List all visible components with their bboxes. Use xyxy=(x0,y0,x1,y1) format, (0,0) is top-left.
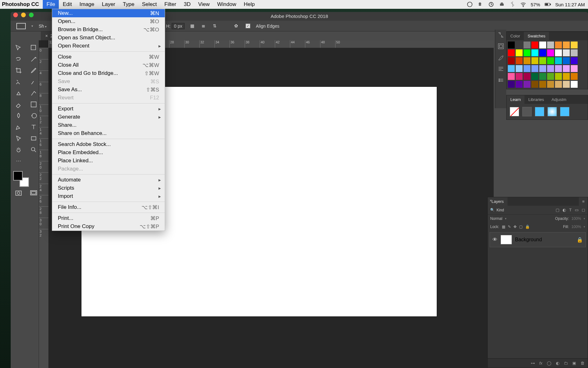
menu-select[interactable]: Select xyxy=(138,0,160,9)
swatch[interactable] xyxy=(571,81,578,88)
tab-swatches[interactable]: Swatches xyxy=(524,32,549,40)
layer-row[interactable]: 👁 Background 🔒 xyxy=(490,232,586,247)
pen-tool[interactable] xyxy=(12,123,25,131)
filter-type-icon[interactable]: T xyxy=(569,208,572,212)
swatch[interactable] xyxy=(555,81,562,88)
swatch[interactable] xyxy=(539,73,546,80)
preset-none[interactable] xyxy=(510,107,519,116)
opacity-value[interactable]: 100% xyxy=(571,216,581,221)
wifi-icon[interactable] xyxy=(520,1,526,8)
menuitem-open[interactable]: Open...⌘O xyxy=(52,17,165,25)
swatch[interactable] xyxy=(539,49,546,56)
menuitem-browse-in-bridge[interactable]: Browse in Bridge...⌥⌘O xyxy=(52,25,165,34)
brush-settings-icon[interactable] xyxy=(497,54,504,61)
delete-layer-icon[interactable]: 🗑 xyxy=(580,361,585,365)
swatch[interactable] xyxy=(531,57,538,64)
swatch[interactable] xyxy=(531,49,538,56)
paragraph-icon[interactable] xyxy=(497,65,504,72)
swatch[interactable] xyxy=(531,81,538,88)
swatch[interactable] xyxy=(524,73,530,80)
preset-5[interactable] xyxy=(560,107,569,116)
menuitem-print-one-copy[interactable]: Print One Copy⌥⇧⌘P xyxy=(52,222,165,231)
menu-file[interactable]: File xyxy=(43,0,59,9)
swatch[interactable] xyxy=(555,57,562,64)
cc-cloud-icon[interactable] xyxy=(467,1,473,8)
quickmask-icon[interactable] xyxy=(12,189,25,198)
swatch[interactable] xyxy=(516,65,523,72)
path-select-tool[interactable] xyxy=(12,134,25,143)
swatch[interactable] xyxy=(516,81,523,88)
eyedropper-tool[interactable] xyxy=(27,66,40,75)
brush-tool[interactable] xyxy=(27,77,40,86)
window-close-button[interactable] xyxy=(13,13,18,17)
swatch[interactable] xyxy=(531,65,538,72)
menu-3d[interactable]: 3D xyxy=(180,0,194,9)
menuitem-share-on-behance[interactable]: Share on Behance... xyxy=(52,129,165,137)
rectangle-tool[interactable] xyxy=(27,134,40,143)
menuitem-new[interactable]: New...⌘N xyxy=(52,9,165,17)
tab-close-icon[interactable]: × xyxy=(45,33,48,38)
fill-value[interactable]: 100% xyxy=(571,225,581,229)
visibility-eye-icon[interactable]: 👁 xyxy=(492,237,497,243)
tab-learn[interactable]: Learn xyxy=(507,95,524,104)
shape-mode-dropdown[interactable]: Sh xyxy=(39,24,47,29)
swatch[interactable] xyxy=(516,42,523,48)
menu-type[interactable]: Type xyxy=(119,0,138,9)
eraser-tool[interactable] xyxy=(12,100,25,109)
swatch[interactable] xyxy=(547,65,554,72)
swatch[interactable] xyxy=(524,49,530,56)
preset-2[interactable] xyxy=(522,107,532,116)
menuitem-scripts[interactable]: Scripts xyxy=(52,184,165,192)
new-layer-icon[interactable]: ▣ xyxy=(572,361,576,365)
bluetooth-icon[interactable] xyxy=(509,1,516,8)
swatch[interactable] xyxy=(547,57,554,64)
lock-trans-icon[interactable]: ▦ xyxy=(502,225,505,229)
tool-preset-button[interactable] xyxy=(16,23,26,29)
character-icon[interactable] xyxy=(497,77,504,84)
path-ops-icon[interactable]: ▦ xyxy=(190,23,196,29)
menuitem-close-and-go-to-bridge[interactable]: Close and Go to Bridge...⇧⌘W xyxy=(52,69,165,77)
menu-edit[interactable]: Edit xyxy=(59,0,75,9)
screenmode-icon[interactable] xyxy=(27,189,40,198)
swatch[interactable] xyxy=(547,42,554,48)
swatch[interactable] xyxy=(563,73,570,80)
swatch[interactable] xyxy=(508,73,515,80)
swatch[interactable] xyxy=(555,65,562,72)
menuitem-close-all[interactable]: Close All⌥⌘W xyxy=(52,61,165,69)
menuitem-open-as-smart-object[interactable]: Open as Smart Object... xyxy=(52,34,165,42)
lock-pos-icon[interactable]: ✥ xyxy=(513,225,517,229)
swatch[interactable] xyxy=(571,49,578,56)
group-icon[interactable]: 🗀 xyxy=(564,361,568,365)
crop-tool[interactable] xyxy=(12,66,25,75)
swatch[interactable] xyxy=(555,73,562,80)
menu-layer[interactable]: Layer xyxy=(98,0,119,9)
move-tool[interactable] xyxy=(12,43,25,52)
swatch[interactable] xyxy=(563,49,570,56)
swatch[interactable] xyxy=(531,73,538,80)
menuitem-import[interactable]: Import xyxy=(52,192,165,200)
fg-color-swatch[interactable] xyxy=(13,171,23,181)
menuitem-export[interactable]: Export xyxy=(52,105,165,113)
swatch[interactable] xyxy=(508,42,515,48)
menuitem-place-linked[interactable]: Place Linked... xyxy=(52,157,165,165)
swatch[interactable] xyxy=(508,81,515,88)
fill-adjust-icon[interactable]: ◐ xyxy=(556,361,559,365)
swatch[interactable] xyxy=(508,49,515,56)
tab-adjustments[interactable]: Adjustm xyxy=(548,95,570,104)
path-arrange-icon[interactable]: ⇅ xyxy=(213,23,219,29)
swatch[interactable] xyxy=(508,57,515,64)
filter-adjust-icon[interactable]: ◐ xyxy=(563,208,566,212)
menuitem-open-recent[interactable]: Open Recent xyxy=(52,42,165,50)
menuitem-print[interactable]: Print...⌘P xyxy=(52,214,165,222)
printer-icon[interactable] xyxy=(499,1,505,8)
window-minimize-button[interactable] xyxy=(21,13,26,17)
type-tool[interactable] xyxy=(27,123,40,131)
swatch[interactable] xyxy=(547,73,554,80)
height-field[interactable]: H:0 px xyxy=(166,23,184,29)
swatch[interactable] xyxy=(524,57,530,64)
tab-color[interactable]: Color xyxy=(507,32,524,40)
dodge-tool[interactable] xyxy=(27,111,40,120)
swatch[interactable] xyxy=(531,42,538,48)
edit-toolbar[interactable] xyxy=(12,157,25,165)
swatch[interactable] xyxy=(516,73,523,80)
